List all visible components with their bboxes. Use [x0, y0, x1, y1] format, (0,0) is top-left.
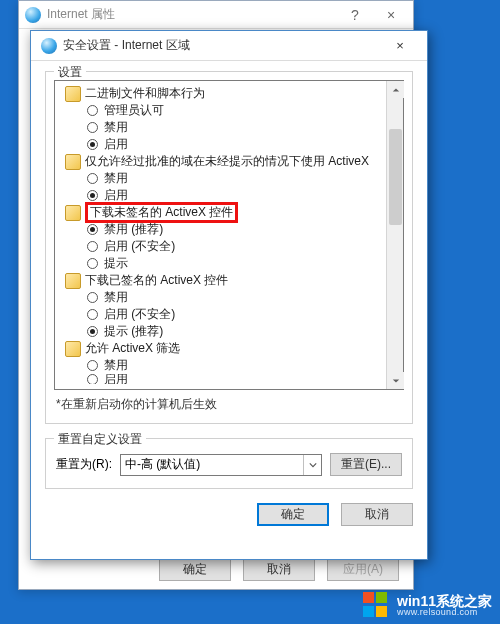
scroll-thumb[interactable] [389, 129, 402, 225]
scroll-up-button[interactable] [387, 81, 404, 98]
radio-icon[interactable] [87, 190, 98, 201]
radio-label: 禁用 (推荐) [104, 221, 163, 238]
close-button[interactable]: × [373, 4, 409, 26]
reset-group-label: 重置自定义设置 [54, 431, 146, 448]
tree-header-label: 允许 ActiveX 筛选 [85, 340, 180, 357]
watermark: win11系统之家 www.relsound.com [363, 592, 492, 618]
tree-header-label: 仅允许经过批准的域在未经提示的情况下使用 ActiveX [85, 153, 369, 170]
parent-cancel-button[interactable]: 取消 [243, 558, 315, 581]
tree-header: 允许 ActiveX 筛选 [59, 340, 401, 357]
radio-icon[interactable] [87, 292, 98, 303]
reset-level-value: 中-高 (默认值) [125, 456, 200, 473]
settings-tree[interactable]: 二进制文件和脚本行为管理员认可禁用启用仅允许经过批准的域在未经提示的情况下使用 … [54, 80, 404, 390]
internet-icon [25, 7, 41, 23]
parent-apply-button[interactable]: 应用(A) [327, 558, 399, 581]
radio-label: 禁用 [104, 289, 128, 306]
tree-scrollbar[interactable] [386, 81, 403, 389]
tree-radio-option[interactable]: 禁用 [59, 119, 401, 136]
dialog-ok-button[interactable]: 确定 [257, 503, 329, 526]
tree-header: 仅允许经过批准的域在未经提示的情况下使用 ActiveX [59, 153, 401, 170]
tree-radio-option[interactable]: 禁用 [59, 170, 401, 187]
radio-icon[interactable] [87, 309, 98, 320]
tree-header-label: 下载未签名的 ActiveX 控件 [85, 202, 238, 223]
parent-titlebar: Internet 属性 ? × [19, 1, 413, 29]
tree-header-label: 下载已签名的 ActiveX 控件 [85, 272, 228, 289]
chevron-down-icon [303, 455, 321, 475]
parent-button-row: 确定 取消 应用(A) [19, 558, 413, 581]
radio-icon[interactable] [87, 326, 98, 337]
radio-icon[interactable] [87, 360, 98, 371]
tree-radio-option[interactable]: 禁用 [59, 289, 401, 306]
dialog-body: 设置 二进制文件和脚本行为管理员认可禁用启用仅允许经过批准的域在未经提示的情况下… [31, 61, 427, 489]
reset-group: 重置自定义设置 重置为(R): 中-高 (默认值) 重置(E)... [45, 438, 413, 489]
category-icon [65, 341, 81, 357]
radio-label: 管理员认可 [104, 102, 164, 119]
tree-radio-option[interactable]: 禁用 (推荐) [59, 221, 401, 238]
radio-label: 提示 (推荐) [104, 323, 163, 340]
radio-icon[interactable] [87, 122, 98, 133]
radio-label: 启用 [104, 136, 128, 153]
dialog-close-button[interactable]: × [379, 35, 421, 57]
dialog-titlebar: 安全设置 - Internet 区域 × [31, 31, 427, 61]
radio-label: 提示 [104, 255, 128, 272]
watermark-brand: win11系统之家 [397, 594, 492, 608]
tree-header: 二进制文件和脚本行为 [59, 85, 401, 102]
tree-radio-option[interactable]: 管理员认可 [59, 102, 401, 119]
watermark-logo [363, 592, 389, 618]
category-icon [65, 154, 81, 170]
reset-label: 重置为(R): [56, 456, 112, 473]
watermark-text: win11系统之家 www.relsound.com [397, 594, 492, 617]
radio-label: 禁用 [104, 357, 128, 374]
radio-icon[interactable] [87, 224, 98, 235]
reset-level-select[interactable]: 中-高 (默认值) [120, 454, 322, 476]
radio-label: 禁用 [104, 170, 128, 187]
radio-label: 启用 (不安全) [104, 306, 175, 323]
radio-label: 禁用 [104, 119, 128, 136]
category-icon [65, 86, 81, 102]
radio-label: 启用 (不安全) [104, 238, 175, 255]
settings-tree-wrap: 二进制文件和脚本行为管理员认可禁用启用仅允许经过批准的域在未经提示的情况下使用 … [54, 80, 404, 390]
tree-header: 下载已签名的 ActiveX 控件 [59, 272, 401, 289]
dialog-button-row: 确定 取消 [31, 489, 427, 526]
radio-label: 启用 [104, 374, 128, 384]
category-icon [65, 205, 81, 221]
radio-icon[interactable] [87, 139, 98, 150]
tree-radio-option[interactable]: 启用 [59, 374, 401, 384]
dialog-title: 安全设置 - Internet 区域 [63, 37, 379, 54]
radio-icon[interactable] [87, 258, 98, 269]
radio-icon[interactable] [87, 105, 98, 116]
highlight-box: 下载未签名的 ActiveX 控件 [85, 202, 238, 223]
internet-zone-icon [41, 38, 57, 54]
tree-radio-option[interactable]: 禁用 [59, 357, 401, 374]
tree-radio-option[interactable]: 启用 (不安全) [59, 306, 401, 323]
tree-radio-option[interactable]: 提示 (推荐) [59, 323, 401, 340]
dialog-cancel-button[interactable]: 取消 [341, 503, 413, 526]
radio-icon[interactable] [87, 173, 98, 184]
settings-group-label: 设置 [54, 64, 86, 81]
parent-ok-button[interactable]: 确定 [159, 558, 231, 581]
help-button[interactable]: ? [337, 4, 373, 26]
parent-title: Internet 属性 [47, 6, 337, 23]
category-icon [65, 273, 81, 289]
reset-row: 重置为(R): 中-高 (默认值) 重置(E)... [56, 453, 402, 476]
tree-radio-option[interactable]: 启用 [59, 136, 401, 153]
settings-group: 设置 二进制文件和脚本行为管理员认可禁用启用仅允许经过批准的域在未经提示的情况下… [45, 71, 413, 424]
radio-icon[interactable] [87, 374, 98, 384]
security-settings-dialog: 安全设置 - Internet 区域 × 设置 二进制文件和脚本行为管理员认可禁… [30, 30, 428, 560]
watermark-url: www.relsound.com [397, 608, 492, 617]
tree-radio-option[interactable]: 启用 (不安全) [59, 238, 401, 255]
radio-icon[interactable] [87, 241, 98, 252]
reset-button[interactable]: 重置(E)... [330, 453, 402, 476]
scroll-down-button[interactable] [387, 372, 404, 389]
restart-note: *在重新启动你的计算机后生效 [54, 390, 404, 415]
tree-header: 下载未签名的 ActiveX 控件 [59, 204, 401, 221]
tree-radio-option[interactable]: 提示 [59, 255, 401, 272]
tree-header-label: 二进制文件和脚本行为 [85, 85, 205, 102]
